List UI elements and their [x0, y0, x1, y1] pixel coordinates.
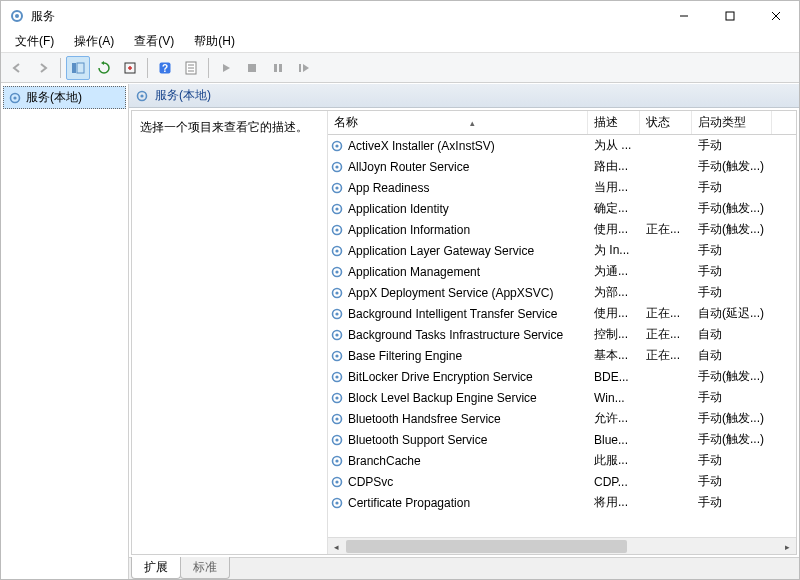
gear-icon	[330, 286, 344, 300]
gear-icon	[135, 89, 149, 103]
properties-button[interactable]	[179, 56, 203, 80]
service-row[interactable]: Application Management为通...手动	[328, 261, 796, 282]
forward-button[interactable]	[31, 56, 55, 80]
service-name: Bluetooth Support Service	[348, 433, 487, 447]
service-desc: Blue...	[588, 433, 640, 447]
sort-asc-icon: ▴	[470, 118, 475, 128]
service-name: AllJoyn Router Service	[348, 160, 469, 174]
scroll-left-icon[interactable]: ◂	[328, 538, 345, 555]
header-startup-type[interactable]: 启动类型	[692, 111, 772, 134]
close-button[interactable]	[753, 1, 799, 31]
service-name: Application Identity	[348, 202, 449, 216]
restart-button[interactable]	[292, 56, 316, 80]
service-rows: ActiveX Installer (AxInstSV)为从 ...手动AllJ…	[328, 135, 796, 537]
service-row[interactable]: App Readiness当用...手动	[328, 177, 796, 198]
minimize-button[interactable]	[661, 1, 707, 31]
service-row[interactable]: Bluetooth Support ServiceBlue...手动(触发...…	[328, 429, 796, 450]
service-startup: 手动	[692, 389, 772, 406]
service-desc: 路由...	[588, 158, 640, 175]
svg-point-56	[335, 480, 338, 483]
tree-node-services-local[interactable]: 服务(本地)	[3, 86, 126, 109]
app-icon	[9, 8, 25, 24]
gear-icon	[330, 244, 344, 258]
back-button[interactable]	[5, 56, 29, 80]
service-status: 正在...	[640, 347, 692, 364]
start-button[interactable]	[214, 56, 238, 80]
service-row[interactable]: Application Layer Gateway Service为 In...…	[328, 240, 796, 261]
gear-icon	[330, 265, 344, 279]
service-row[interactable]: Background Tasks Infrastructure Service控…	[328, 324, 796, 345]
toolbar: ?	[1, 53, 799, 83]
menu-view[interactable]: 查看(V)	[124, 31, 184, 52]
service-row[interactable]: Block Level Backup Engine ServiceWin...手…	[328, 387, 796, 408]
horizontal-scrollbar[interactable]: ◂ ▸	[328, 537, 796, 554]
scroll-right-icon[interactable]: ▸	[779, 538, 796, 555]
tab-standard[interactable]: 标准	[180, 557, 230, 579]
service-row[interactable]: ActiveX Installer (AxInstSV)为从 ...手动	[328, 135, 796, 156]
service-desc: 基本...	[588, 347, 640, 364]
svg-point-42	[335, 333, 338, 336]
header-description[interactable]: 描述	[588, 111, 640, 134]
service-row[interactable]: BranchCache此服...手动	[328, 450, 796, 471]
service-startup: 手动	[692, 473, 772, 490]
svg-rect-7	[77, 63, 84, 73]
svg-point-36	[335, 270, 338, 273]
svg-point-38	[335, 291, 338, 294]
svg-point-20	[13, 96, 16, 99]
gear-icon	[330, 328, 344, 342]
show-hide-tree-button[interactable]	[66, 56, 90, 80]
service-name: Application Management	[348, 265, 480, 279]
gear-icon	[330, 433, 344, 447]
service-desc: 使用...	[588, 221, 640, 238]
gear-icon	[330, 139, 344, 153]
service-desc: BDE...	[588, 370, 640, 384]
service-row[interactable]: Application Identity确定...手动(触发...)	[328, 198, 796, 219]
help-button[interactable]: ?	[153, 56, 177, 80]
service-desc: 当用...	[588, 179, 640, 196]
service-row[interactable]: AllJoyn Router Service路由...手动(触发...)	[328, 156, 796, 177]
svg-rect-15	[248, 64, 256, 72]
svg-rect-3	[726, 12, 734, 20]
scroll-thumb[interactable]	[346, 540, 627, 553]
menu-action[interactable]: 操作(A)	[64, 31, 124, 52]
refresh-button[interactable]	[92, 56, 116, 80]
menu-help[interactable]: 帮助(H)	[184, 31, 245, 52]
service-status: 正在...	[640, 221, 692, 238]
service-startup: 手动	[692, 284, 772, 301]
pane-header: 服务(本地)	[129, 84, 799, 108]
gear-icon	[330, 454, 344, 468]
service-row[interactable]: Bluetooth Handsfree Service允许...手动(触发...…	[328, 408, 796, 429]
tab-extended[interactable]: 扩展	[131, 557, 181, 579]
pause-button[interactable]	[266, 56, 290, 80]
svg-point-46	[335, 375, 338, 378]
window-controls	[661, 1, 799, 31]
gear-icon	[330, 475, 344, 489]
service-name: Application Layer Gateway Service	[348, 244, 534, 258]
maximize-button[interactable]	[707, 1, 753, 31]
gear-icon	[330, 307, 344, 321]
menu-file[interactable]: 文件(F)	[5, 31, 64, 52]
service-desc: 为通...	[588, 263, 640, 280]
svg-rect-16	[274, 64, 277, 72]
pane-title: 服务(本地)	[155, 87, 211, 104]
header-status[interactable]: 状态	[640, 111, 692, 134]
service-desc: 此服...	[588, 452, 640, 469]
service-name: AppX Deployment Service (AppXSVC)	[348, 286, 553, 300]
service-row[interactable]: Background Intelligent Transfer Service使…	[328, 303, 796, 324]
service-startup: 手动(触发...)	[692, 221, 772, 238]
stop-button[interactable]	[240, 56, 264, 80]
service-row[interactable]: BitLocker Drive Encryption ServiceBDE...…	[328, 366, 796, 387]
service-row[interactable]: Certificate Propagation将用...手动	[328, 492, 796, 513]
service-row[interactable]: AppX Deployment Service (AppXSVC)为部...手动	[328, 282, 796, 303]
service-row[interactable]: Base Filtering Engine基本...正在...自动	[328, 345, 796, 366]
header-name[interactable]: 名称 ▴	[328, 111, 588, 134]
list-column: 名称 ▴ 描述 状态 启动类型 ActiveX Installer (AxIns…	[328, 111, 796, 554]
service-row[interactable]: CDPSvcCDP...手动	[328, 471, 796, 492]
service-desc: 控制...	[588, 326, 640, 343]
svg-point-28	[335, 186, 338, 189]
service-desc: Win...	[588, 391, 640, 405]
service-startup: 手动	[692, 179, 772, 196]
service-row[interactable]: Application Information使用...正在...手动(触发..…	[328, 219, 796, 240]
gear-icon	[330, 223, 344, 237]
export-button[interactable]	[118, 56, 142, 80]
